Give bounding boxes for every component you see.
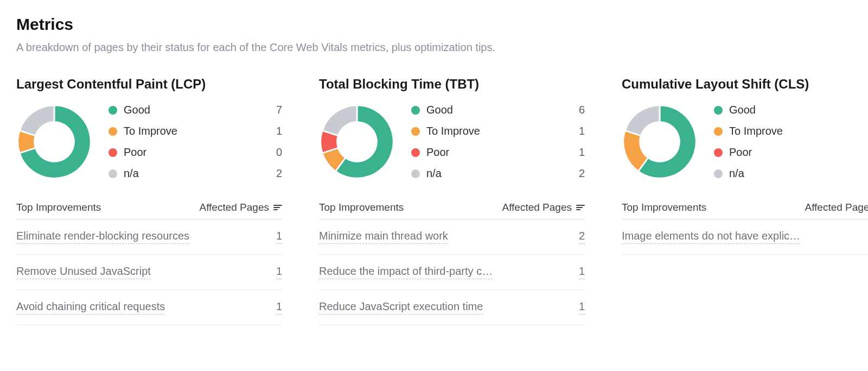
improvement-label: Remove Unused JavaScript [16,265,151,279]
col-affected-pages-label: Affected Pages [502,202,572,213]
swatch-to_improve-icon [714,127,723,136]
donut-chart [16,104,92,180]
swatch-good-icon [411,106,420,115]
donut-chart [622,104,698,180]
legend-row-na: n/a2 [714,167,868,180]
legend-value: 1 [574,125,585,137]
legend-label: Poor [124,146,271,159]
metric-cards: Largest Contentful Paint (LCP)Good7To Im… [16,77,852,325]
improvement-count: 1 [276,230,282,244]
improvements-list: Eliminate render-blocking resources1Remo… [16,219,282,325]
legend-label: Poor [729,146,868,159]
improvement-row[interactable]: Minimize main thread work2 [319,219,585,255]
legend-label: Good [729,104,868,116]
swatch-poor-icon [108,148,117,157]
improvement-row[interactable]: Image elements do not have explic…2 [622,219,868,255]
page-title: Metrics [16,15,852,34]
card-title: Largest Contentful Paint (LCP) [16,77,282,92]
swatch-to_improve-icon [108,127,117,136]
improvement-count: 1 [579,300,585,315]
sort-desc-icon [273,205,282,210]
legend-row-good: Good7 [108,104,282,116]
chart-row: Good6To Improve2Poor0n/a2 [622,104,868,180]
improvement-row[interactable]: Remove Unused JavaScript1 [16,255,282,290]
legend-value: 0 [271,146,282,159]
legend-label: n/a [729,167,868,180]
donut-chart [319,104,395,180]
legend: Good7To Improve1Poor0n/a2 [108,104,282,180]
improvement-count: 1 [276,265,282,279]
legend-value: 2 [574,167,585,180]
legend-row-to_improve: To Improve1 [108,125,282,137]
swatch-poor-icon [714,148,723,157]
improvement-label: Reduce the impact of third-party c… [319,265,493,279]
legend-label: Good [426,104,574,116]
legend-value: 2 [271,167,282,180]
sort-desc-icon [576,205,585,210]
legend: Good6To Improve1Poor1n/a2 [411,104,585,180]
improvement-count: 1 [276,300,282,315]
swatch-na-icon [108,169,117,178]
swatch-na-icon [714,169,723,178]
legend: Good6To Improve2Poor0n/a2 [714,104,868,180]
swatch-good-icon [108,106,117,115]
metric-card: Largest Contentful Paint (LCP)Good7To Im… [16,77,282,325]
improvement-label: Eliminate render-blocking resources [16,230,189,244]
legend-label: Poor [426,146,574,159]
legend-value: 1 [271,125,282,137]
improvement-label: Reduce JavaScript execution time [319,300,483,315]
col-affected-pages[interactable]: Affected Pages [502,202,585,213]
improvement-count: 1 [579,265,585,279]
swatch-na-icon [411,169,420,178]
improvements-list: Image elements do not have explic…2 [622,219,868,255]
swatch-poor-icon [411,148,420,157]
legend-label: Good [124,104,271,116]
improvement-row[interactable]: Reduce JavaScript execution time1 [319,290,585,325]
chart-row: Good6To Improve1Poor1n/a2 [319,104,585,180]
legend-row-na: n/a2 [108,167,282,180]
legend-row-to_improve: To Improve1 [411,125,585,137]
col-affected-pages-label: Affected Pages [199,202,269,213]
improvement-row[interactable]: Eliminate render-blocking resources1 [16,219,282,255]
improvements-list: Minimize main thread work2Reduce the imp… [319,219,585,325]
col-affected-pages[interactable]: Affected Pages [805,202,868,213]
page-subtitle: A breakdown of pages by their status for… [16,41,852,54]
legend-label: n/a [426,167,574,180]
improvements-header: Top ImprovementsAffected Pages [16,196,282,219]
col-top-improvements[interactable]: Top Improvements [16,202,101,213]
legend-row-poor: Poor1 [411,146,585,159]
legend-row-na: n/a2 [411,167,585,180]
legend-row-good: Good6 [714,104,868,116]
legend-value: 7 [271,104,282,116]
col-top-improvements[interactable]: Top Improvements [319,202,404,213]
legend-row-poor: Poor0 [108,146,282,159]
donut-segment-na [20,105,54,136]
metrics-page: Metrics A breakdown of pages by their st… [0,0,868,341]
improvements-header: Top ImprovementsAffected Pages [622,196,868,219]
metric-card: Total Blocking Time (TBT)Good6To Improve… [319,77,585,325]
col-affected-pages-label: Affected Pages [805,202,868,213]
metric-card: Cumulative Layout Shift (CLS)Good6To Imp… [622,77,868,325]
col-affected-pages[interactable]: Affected Pages [199,202,282,213]
improvement-count: 2 [579,230,585,244]
legend-label: To Improve [729,125,868,137]
card-title: Total Blocking Time (TBT) [319,77,585,92]
chart-row: Good7To Improve1Poor0n/a2 [16,104,282,180]
swatch-good-icon [714,106,723,115]
improvement-row[interactable]: Avoid chaining critical requests1 [16,290,282,325]
legend-value: 1 [574,146,585,159]
improvement-label: Minimize main thread work [319,230,448,244]
legend-label: To Improve [124,125,271,137]
legend-row-to_improve: To Improve2 [714,125,868,137]
donut-segment-na [322,105,357,136]
legend-label: n/a [124,167,271,180]
improvement-label: Avoid chaining critical requests [16,300,165,315]
legend-row-poor: Poor0 [714,146,868,159]
card-title: Cumulative Layout Shift (CLS) [622,77,868,92]
legend-value: 6 [574,104,585,116]
improvement-row[interactable]: Reduce the impact of third-party c…1 [319,255,585,290]
improvements-header: Top ImprovementsAffected Pages [319,196,585,219]
legend-label: To Improve [426,125,574,137]
col-top-improvements[interactable]: Top Improvements [622,202,706,213]
donut-segment-na [625,105,660,136]
